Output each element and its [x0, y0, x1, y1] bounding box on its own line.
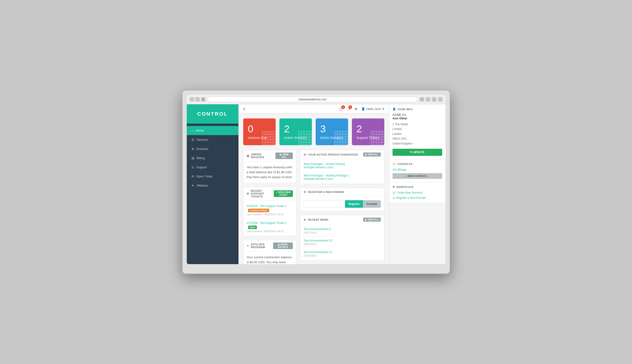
billing-chevron-icon: ›: [233, 157, 234, 159]
update-button[interactable]: ✎ UPDATE: [393, 149, 442, 156]
affiliate-body: Your current commission balance is $0.00…: [243, 252, 296, 264]
stat-card-invoices[interactable]: 0 Invoices Due ▦: [243, 118, 276, 145]
support-tickets-panel: ✉ RECENT SUPPORT TICKETS + OPEN NEW TICK…: [243, 187, 296, 236]
alert-badge: 1: [348, 105, 352, 109]
affiliate-panel: ✦ AFFILIATE PROGRAM ▶ MORE DETAILS Your …: [243, 240, 296, 264]
new-tab-button[interactable]: +: [438, 97, 443, 102]
product-1-domain[interactable]: example-domain-1.com: [304, 166, 381, 169]
your-info-panel: 👤 YOUR INFO ACME Co Ann Other 1 The Stre…: [389, 104, 446, 159]
sidebar-item-billing[interactable]: ▤ Billing ›: [187, 154, 238, 162]
recent-news-header: ◎ RECENT NEWS ▶ VIEW ALL: [300, 215, 384, 224]
your-info-title: 👤 YOUR INFO: [393, 108, 442, 111]
product-2-name[interactable]: More Packages - Hosting Package 1: [304, 174, 381, 177]
forward-button[interactable]: ›: [195, 97, 200, 102]
contact-name-link[interactable]: Joe Bloggs: [393, 168, 442, 171]
sidebar-nav: ⌂ Home ☰ Services › ⊕: [187, 124, 238, 190]
browser-nav[interactable]: ‹ › ⊞: [190, 97, 206, 102]
sidebar-label-domains: Domains: [196, 147, 208, 151]
support-tickets-header: ✉ RECENT SUPPORT TICKETS + OPEN NEW TICK…: [243, 187, 296, 200]
globe-icon[interactable]: ⊕: [355, 107, 358, 111]
unpaid-invoices-body: You have 1 unpaid invoice(s) with a tota…: [243, 162, 296, 183]
support-chevron-icon: ›: [233, 166, 234, 168]
stat-cards-grid: 0 Invoices Due ▦ 2 Active Services ▦ 3 A…: [243, 118, 384, 145]
ticket-2-date: Last Updated: 29/03/2016 14:15: [247, 230, 293, 233]
ticket-2-badge: Open: [248, 226, 257, 229]
news-item-3: Test Announcement 11 02/07/2015: [304, 250, 381, 257]
sidebar-item-open-ticket[interactable]: ✉ Open Ticket: [187, 172, 238, 181]
services-icon: ☰: [191, 138, 194, 142]
open-new-ticket-button[interactable]: + OPEN NEW TICKET: [274, 190, 293, 197]
top-bar-left: ≡: [243, 107, 245, 111]
back-button[interactable]: ‹: [190, 97, 194, 102]
center-content: ≡ 🛒 1 ⚠ 1 ⊕ 👤 H: [238, 104, 389, 264]
domain-header-icon: ◎: [304, 190, 306, 194]
ticket-item-1: #240223 - Test Support Ticket 1 Customer…: [247, 204, 293, 218]
sidebar-label-affiliates: Affiliates: [196, 184, 208, 187]
alert-icon-wrapper[interactable]: ⚠ 1: [348, 107, 351, 111]
shortcuts-panel: ⚑ SHORTCUTS 🛒 Order New Services ◎ Regis…: [389, 182, 446, 203]
recent-news-title: RECENT NEWS: [308, 218, 329, 221]
order-new-icon: 🛒: [393, 191, 396, 194]
product-2-domain[interactable]: example-domain-3.com: [304, 177, 381, 180]
hamburger-menu[interactable]: ≡: [243, 107, 245, 111]
register-button[interactable]: Register: [345, 200, 363, 208]
browser-actions: ↻ ↓ ⎋ +: [420, 97, 443, 102]
shortcut-register-domain[interactable]: ◎ Register a New Domain: [393, 196, 442, 200]
affiliate-header: ✦ AFFILIATE PROGRAM ▶ MORE DETAILS: [243, 240, 296, 252]
sidebar-label-home: Home: [195, 129, 204, 132]
stat-card-services[interactable]: 2 Active Services ▦: [279, 118, 312, 145]
address-bar[interactable]: impressivedemos.com: [207, 96, 418, 102]
share-button[interactable]: ⎋: [432, 97, 437, 102]
new-contact-button[interactable]: + NEW CONTACT...: [393, 173, 442, 179]
unpaid-invoices-panel: ▤ UNPAID INVOICES ▶ VIEW ALL You have 1 …: [243, 150, 296, 183]
home-icon: ⌂: [191, 129, 193, 132]
product-1-name[interactable]: More Packages - cPanel Hosting: [304, 162, 381, 166]
news-3-date: 02/07/2015: [304, 254, 381, 257]
sidebar-item-affiliates[interactable]: ✦ Affiliates: [187, 181, 238, 190]
news-1-title[interactable]: Test Announcement 9: [304, 228, 381, 231]
sidebar-item-home[interactable]: ⌂ Home: [187, 126, 238, 135]
open-ticket-icon: ✉: [191, 174, 194, 178]
billing-icon: ▤: [191, 156, 194, 160]
product-item-2: More Packages - Hosting Package 1 exampl…: [304, 174, 381, 180]
contacts-panel: 📁 CONTACTS Joe Bloggs + NEW CONTACT...: [389, 159, 446, 182]
top-bar: ≡ 🛒 1 ⚠ 1 ⊕ 👤 H: [238, 104, 389, 114]
tabs-button[interactable]: ⊞: [201, 97, 206, 102]
browser-content: CONTROL ⌂ Home ☰ Services ›: [187, 104, 446, 264]
shortcut-order-new[interactable]: 🛒 Order New Services: [393, 191, 442, 194]
register-domain-panel: ◎ REGISTER A NEW DOMAIN Register Transfe…: [300, 188, 384, 211]
news-3-title[interactable]: Test Announcement 11: [304, 250, 381, 254]
view-all-news-button[interactable]: ▶ VIEW ALL: [363, 218, 381, 222]
download-button[interactable]: ↓: [426, 97, 430, 102]
sidebar-item-domains[interactable]: ⊕ Domains ›: [187, 144, 238, 154]
stat-card-domains[interactable]: 3 Active Domains ▦: [316, 118, 348, 145]
domain-search-form: Register Transfer: [304, 200, 381, 208]
user-greeting[interactable]: 👤 Hello, Ann! ▾: [361, 107, 384, 111]
sidebar-item-support[interactable]: ◎ Support ›: [187, 162, 238, 172]
domain-search-input[interactable]: [304, 200, 345, 208]
active-products-panel: ◎ YOUR ACTIVE PRODUCTS/SERVICES ▶ VIEW A…: [300, 150, 384, 184]
cart-icon-wrapper[interactable]: 🛒 1: [339, 107, 344, 111]
recent-news-panel: ◎ RECENT NEWS ▶ VIEW ALL Test Announceme…: [300, 215, 384, 260]
register-domain-shortcut-icon: ◎: [393, 196, 395, 200]
unpaid-invoices-header: ▤ UNPAID INVOICES ▶ VIEW ALL: [243, 150, 296, 162]
order-new-label: Order New Services: [398, 191, 423, 194]
services-bg-icon: ▦: [296, 126, 312, 145]
stat-card-tickets[interactable]: 2 Support Tickets ▦: [352, 118, 384, 145]
transfer-button[interactable]: Transfer: [363, 200, 381, 208]
news-2-title[interactable]: Test Announcement 10: [304, 239, 381, 242]
ticket-1-link[interactable]: #240223 - Test Support Ticket 1: [247, 204, 286, 208]
refresh-button[interactable]: ↻: [420, 97, 424, 102]
ticket-2-link[interactable]: #722954 - Test Support Ticket 2: [247, 221, 286, 225]
domains-bg-icon: ▦: [333, 126, 348, 145]
invoices-header-icon: ▤: [247, 154, 249, 158]
view-all-products-button[interactable]: ▶ VIEW ALL: [363, 152, 381, 156]
view-all-invoices-button[interactable]: ▶ VIEW ALL: [275, 152, 293, 159]
tickets-header-icon: ✉: [247, 192, 249, 195]
main-content-grid: ▤ UNPAID INVOICES ▶ VIEW ALL You have 1 …: [243, 150, 384, 264]
logo-text: CONTROL: [191, 111, 234, 117]
affiliate-more-details-button[interactable]: ▶ MORE DETAILS: [273, 242, 293, 249]
sidebar-item-services[interactable]: ☰ Services ›: [187, 135, 238, 144]
contacts-icon: 📁: [393, 162, 396, 166]
ticket-1-date: Last Updated: 29/03/2016 14:16: [247, 213, 293, 216]
